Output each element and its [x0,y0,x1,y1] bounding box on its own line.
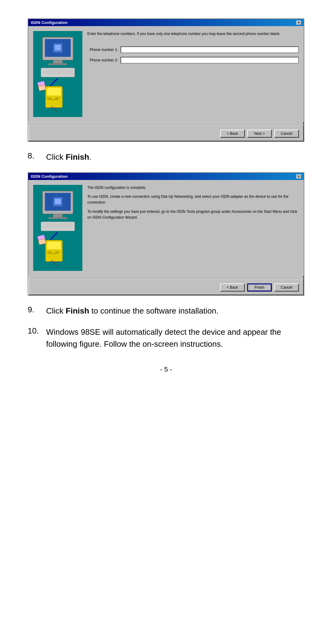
step-8-bold: Finish [66,152,89,162]
svg-rect-22 [55,199,61,204]
phone-form: Phone number 1: Phone number 2: [87,46,299,64]
complete-line1: The ISDN configuration is complete. [87,185,299,191]
dialog2-divider [28,278,304,279]
step-8-number: 8. [28,151,40,161]
isdn-dialog-2: ISDN Configuration × [28,172,304,296]
titlebar-2: ISDN Configuration × [28,173,304,180]
isdn-dialog-1: ISDN Configuration × [28,18,304,142]
svg-rect-3 [49,63,67,65]
dialog2-buttons: < Back Finish Cancel [28,281,304,295]
step-10-row: 10. Windows 98SE will automatically dete… [28,326,304,350]
finish-button[interactable]: Finish [247,283,272,291]
svg-rect-7 [55,45,61,50]
cancel-button-2[interactable]: Cancel [274,283,299,291]
step-8-prefix: Click [46,152,66,162]
step-8-suffix: . [89,152,91,162]
svg-rect-17 [53,214,62,217]
svg-rect-13 [38,85,46,91]
isdn-illustration-2 [33,185,82,271]
svg-rect-20 [42,223,73,229]
complete-line2: To use ISDN, create a new connection usi… [87,194,299,205]
complete-text: The ISDN configuration is complete. To u… [87,185,299,224]
svg-rect-2 [53,60,62,63]
step-10-number: 10. [28,326,40,336]
phone1-label: Phone number 1: [87,48,118,52]
titlebar-1: ISDN Configuration × [28,19,304,26]
svg-rect-9 [47,88,61,96]
dialog1-description: Enter the telephone numbers. If you have… [87,31,299,37]
dialog2-right: The ISDN configuration is complete. To u… [87,185,299,271]
dialog2-title: ISDN Configuration [31,174,68,179]
svg-rect-18 [49,217,67,219]
back-button-2[interactable]: < Back [220,283,245,291]
page-number: - 5 - [28,365,304,373]
close-button-1[interactable]: × [296,21,301,25]
step-9-prefix: Click [46,306,66,315]
dialog2-body: The ISDN configuration is complete. To u… [28,180,304,276]
svg-rect-24 [47,242,61,249]
step-9-middle: to continue the software installation. [89,306,219,315]
complete-line3: To modify the settings you have just ent… [87,209,299,221]
svg-rect-5 [42,69,73,75]
phone2-input[interactable] [121,57,299,64]
close-button-2[interactable]: × [296,174,301,179]
phone2-label: Phone number 2: [87,58,118,62]
step-9-text: Click Finish to continue the software in… [46,305,219,317]
isdn-illustration-1 [33,31,82,117]
page-content: ISDN Configuration × [28,18,304,373]
dialog1-buttons: < Back Next > Cancel [28,127,304,141]
dialog1-divider [28,124,304,125]
step-9-number: 9. [28,305,40,314]
phone1-row: Phone number 1: [87,46,299,53]
phone2-row: Phone number 2: [87,57,299,64]
svg-rect-28 [38,239,46,245]
cancel-button-1[interactable]: Cancel [274,130,299,138]
step-10-text: Windows 98SE will automatically detect t… [46,326,304,350]
step-9-bold: Finish [66,306,89,315]
step-9-row: 9. Click Finish to continue the software… [28,305,304,317]
step-8-row: 8. Click Finish. [28,151,304,163]
next-button-1[interactable]: Next > [247,130,272,138]
dialog1-title: ISDN Configuration [31,20,68,25]
dialog1-body: Enter the telephone numbers. If you have… [28,26,304,122]
step-8-text: Click Finish. [46,151,91,163]
dialog1-right: Enter the telephone numbers. If you have… [87,31,299,117]
back-button-1[interactable]: < Back [220,130,245,138]
phone1-input[interactable] [121,46,299,53]
